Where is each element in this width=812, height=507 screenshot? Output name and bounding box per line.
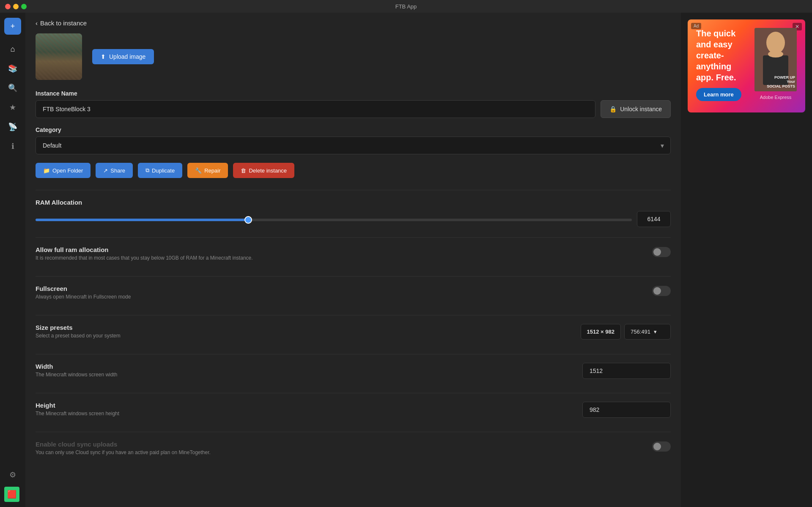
ad-content: The quick and easy create-anything app. …	[696, 28, 797, 101]
sidebar-item-library[interactable]: 📚	[4, 60, 21, 77]
height-desc: The Minecraft windows screen height	[36, 411, 576, 417]
unlock-label: Unlock instance	[620, 106, 662, 112]
svg-rect-0	[36, 33, 82, 80]
svg-rect-3	[61, 38, 78, 55]
sidebar-item-favorites[interactable]: ★	[4, 99, 21, 116]
close-button[interactable]	[5, 4, 11, 9]
chevron-down-icon: ▾	[654, 329, 657, 335]
category-group: Category Default Modpacks Vanilla Custom	[36, 126, 671, 154]
share-icon: ↗	[103, 167, 108, 174]
height-input[interactable]	[582, 402, 671, 418]
ad-container: Ad ✕ The quick and easy create-anything …	[688, 19, 805, 112]
divider-6	[36, 393, 671, 393]
top-nav: ‹ Back to instance	[25, 13, 681, 33]
delete-instance-button[interactable]: 🗑 Delete instance	[233, 163, 294, 178]
upload-icon: ⬆	[101, 53, 106, 60]
svg-marker-7	[48, 44, 69, 57]
divider-1	[36, 190, 671, 190]
repair-icon: 🔧	[195, 167, 202, 174]
repair-button[interactable]: 🔧 Repair	[187, 163, 228, 178]
sidebar-item-settings[interactable]: ⚙	[4, 466, 21, 483]
divider-3	[36, 276, 671, 277]
svg-rect-4	[40, 59, 57, 76]
upload-label: Upload image	[109, 53, 145, 60]
back-button[interactable]: ‹ Back to instance	[36, 19, 87, 27]
full-ram-info: Allow full ram allocation It is recommen…	[36, 246, 645, 266]
full-ram-section: Allow full ram allocation It is recommen…	[36, 246, 671, 266]
delete-icon: 🗑	[241, 167, 246, 174]
sidebar-item-search[interactable]: 🔍	[4, 79, 21, 96]
category-select[interactable]: Default Modpacks Vanilla Custom	[36, 137, 671, 154]
width-title: Width	[36, 363, 576, 370]
svg-point-12	[766, 32, 785, 54]
ad-cta-label: Learn more	[704, 91, 734, 98]
instance-name-label: Instance Name	[36, 90, 671, 97]
share-button[interactable]: ↗ Share	[96, 163, 133, 178]
category-label: Category	[36, 126, 671, 133]
ram-slider[interactable]	[36, 219, 632, 221]
ad-person-image: POWER UPYourSOCIAL POSTS	[754, 28, 797, 91]
upload-image-button[interactable]: ⬆ Upload image	[92, 49, 154, 64]
instance-image-placeholder: STONEBLOCK	[36, 33, 82, 80]
preset-ratio-dropdown[interactable]: 756:491 ▾	[624, 324, 671, 340]
lock-icon: 🔒	[609, 106, 617, 112]
size-presets-section: Size presets Select a preset based on yo…	[36, 324, 671, 344]
fullscreen-toggle[interactable]	[652, 286, 671, 296]
fullscreen-info: Fullscreen Always open Minecraft in Full…	[36, 285, 645, 305]
instance-name-input[interactable]	[36, 100, 595, 118]
minimize-button[interactable]	[13, 4, 19, 9]
cloud-sync-desc: You can only use Cloud sync if you have …	[36, 449, 645, 455]
duplicate-button[interactable]: ⧉ Duplicate	[138, 163, 182, 178]
ram-allocation-title: RAM Allocation	[36, 199, 671, 206]
ad-cta-button[interactable]: Learn more	[696, 88, 741, 101]
ad-brand: Adobe Express	[754, 95, 797, 100]
full-ram-desc: It is recommended that in most cases tha…	[36, 255, 645, 261]
delete-label: Delete instance	[249, 167, 287, 174]
width-info: Width The Minecraft windows screen width	[36, 363, 576, 383]
svg-marker-8	[48, 50, 59, 69]
svg-rect-1	[38, 36, 80, 78]
preset-select-wrapper: 1512 × 982 756:491 ▾	[581, 324, 671, 340]
sidebar-item-feed[interactable]: 📡	[4, 118, 21, 135]
svg-rect-5	[61, 59, 78, 76]
folder-icon: 📁	[43, 167, 50, 174]
full-ram-title: Allow full ram allocation	[36, 246, 645, 253]
svg-point-14	[768, 51, 783, 58]
full-ram-toggle[interactable]	[652, 247, 671, 257]
ad-badge: Ad	[691, 23, 701, 29]
open-folder-button[interactable]: 📁 Open Folder	[36, 163, 91, 178]
user-avatar[interactable]: 🟥	[4, 487, 19, 502]
sidebar-item-home[interactable]: ⌂	[4, 41, 21, 58]
right-panel: Ad ✕ The quick and easy create-anything …	[681, 13, 812, 507]
ram-slider-wrapper	[36, 215, 632, 223]
cloud-sync-toggle[interactable]	[652, 441, 671, 452]
height-section: Height The Minecraft windows screen heig…	[36, 402, 671, 422]
ad-text: The quick and easy create-anything app. …	[696, 28, 749, 101]
height-info: Height The Minecraft windows screen heig…	[36, 402, 576, 422]
svg-rect-2	[40, 38, 57, 55]
share-label: Share	[110, 167, 125, 174]
size-presets-title: Size presets	[36, 324, 574, 331]
size-presets-desc: Select a preset based on your system	[36, 333, 574, 339]
cloud-sync-title: Enable cloud sync uploads	[36, 441, 645, 448]
ad-image-area: POWER UPYourSOCIAL POSTS Adobe Express	[754, 28, 797, 100]
preset-value: 1512 × 982	[581, 324, 621, 340]
maximize-button[interactable]	[21, 4, 27, 9]
unlock-instance-button[interactable]: 🔒 Unlock instance	[601, 100, 671, 118]
divider-2	[36, 237, 671, 238]
height-title: Height	[36, 402, 576, 409]
svg-text:STONEBLOCK: STONEBLOCK	[47, 72, 71, 76]
sidebar-item-info[interactable]: ℹ	[4, 138, 21, 155]
fullscreen-title: Fullscreen	[36, 285, 645, 292]
add-instance-button[interactable]: +	[4, 18, 21, 35]
duplicate-icon: ⧉	[145, 167, 149, 174]
svg-marker-6	[48, 44, 69, 69]
duplicate-label: Duplicate	[152, 167, 175, 174]
fullscreen-section: Fullscreen Always open Minecraft in Full…	[36, 285, 671, 305]
width-section: Width The Minecraft windows screen width	[36, 363, 671, 383]
back-label: Back to instance	[40, 19, 87, 27]
instance-name-group: Instance Name 🔒 Unlock instance	[36, 90, 671, 118]
back-icon: ‹	[36, 19, 38, 27]
category-select-wrapper: Default Modpacks Vanilla Custom	[36, 137, 671, 154]
width-input[interactable]	[582, 363, 671, 379]
